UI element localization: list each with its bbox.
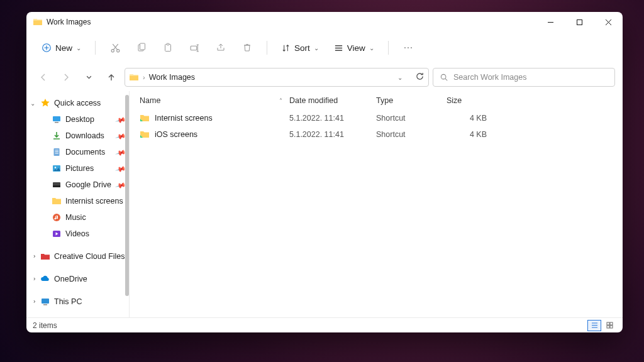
share-icon [216, 43, 226, 53]
table-row[interactable]: iOS screens5.1.2022. 11:41Shortcut4 KB [130, 126, 623, 143]
pin-icon: 📌 [115, 114, 126, 124]
videos-icon [52, 229, 62, 239]
chevron-right-icon: ⌄ [30, 254, 36, 259]
sidebar-item-music[interactable]: Music [26, 209, 129, 226]
chevron-right-icon: ⌄ [30, 299, 36, 304]
file-date: 5.1.2022. 11:41 [289, 114, 376, 123]
header-name[interactable]: Name ˄ [140, 91, 289, 110]
sidebar-item-documents[interactable]: Documents📌 [26, 144, 129, 160]
refresh-button[interactable] [415, 72, 425, 83]
search-box[interactable] [433, 68, 615, 87]
breadcrumb[interactable]: Work Images [149, 73, 195, 82]
chevron-down-icon[interactable]: ⌄ [397, 74, 402, 81]
sidebar-quick-access[interactable]: ⌄ Quick access [26, 95, 129, 111]
header-date[interactable]: Date modified [289, 91, 376, 110]
forward-button[interactable] [57, 68, 75, 87]
chevron-down-icon: ⌄ [314, 45, 319, 52]
svg-rect-12 [140, 43, 145, 50]
cut-button[interactable] [103, 37, 127, 58]
sidebar-item-label: Videos [65, 229, 89, 238]
sidebar-item-label: Quick access [54, 99, 101, 107]
svg-line-10 [113, 44, 117, 50]
body: ⌄ Quick access Desktop📌Downloads📌Documen… [26, 91, 623, 317]
minimize-button[interactable] [536, 12, 565, 32]
paste-button[interactable] [156, 37, 180, 58]
header-type[interactable]: Type [376, 91, 447, 110]
pin-icon: 📌 [115, 146, 126, 157]
download-icon [52, 131, 62, 141]
share-button[interactable] [209, 37, 233, 58]
trash-icon [242, 43, 252, 53]
maximize-button[interactable] [565, 12, 594, 32]
desktop-icon [52, 114, 62, 124]
svg-rect-39 [53, 185, 60, 187]
new-button[interactable]: New ⌄ [35, 37, 87, 58]
star-icon [40, 98, 50, 108]
sidebar-item-internist-screens[interactable]: Internist screens [26, 193, 129, 209]
svg-rect-42 [42, 299, 49, 304]
sidebar-item-downloads[interactable]: Downloads📌 [26, 128, 129, 144]
svg-rect-29 [53, 116, 60, 121]
explorer-window: Work Images New ⌄ Sort ⌄ View ⌄ [26, 12, 623, 332]
chevron-right-icon: › [143, 74, 145, 81]
file-list: Name ˄ Date modified Type Size Internist… [130, 91, 623, 317]
close-button[interactable] [594, 12, 623, 32]
view-button[interactable]: View ⌄ [328, 37, 380, 58]
pin-icon: 📌 [115, 130, 126, 141]
toolbar: New ⌄ Sort ⌄ View ⌄ [26, 32, 623, 63]
pin-icon: 📌 [115, 163, 126, 173]
rename-button[interactable] [182, 37, 206, 58]
rename-icon [189, 43, 200, 53]
svg-rect-15 [191, 46, 197, 50]
back-button[interactable] [34, 68, 53, 87]
document-icon [52, 147, 62, 157]
column-headers: Name ˄ Date modified Type Size [130, 91, 623, 110]
folder-shortcut-icon [140, 113, 150, 123]
sidebar-item-label: Pictures [65, 164, 94, 173]
search-input[interactable] [453, 73, 608, 82]
svg-point-27 [441, 74, 446, 79]
svg-line-28 [445, 79, 447, 80]
sidebar-item-label: Creative Cloud Files [54, 252, 125, 261]
table-row[interactable]: Internist screens5.1.2022. 11:41Shortcut… [130, 110, 623, 126]
recent-locations-button[interactable] [79, 68, 98, 87]
sidebar-item-label: This PC [54, 297, 82, 306]
more-button[interactable] [396, 37, 420, 58]
music-icon [52, 212, 62, 222]
chevron-down-icon: ⌄ [76, 45, 81, 52]
file-size: 4 KB [447, 114, 496, 123]
window-folder-icon [33, 17, 43, 27]
sort-button[interactable]: Sort ⌄ [275, 37, 325, 58]
sidebar-this-pc[interactable]: ⌄ This PC [26, 293, 129, 310]
svg-rect-50 [610, 326, 613, 328]
copy-button[interactable] [130, 37, 153, 58]
svg-line-9 [113, 44, 118, 50]
address-bar[interactable]: › Work Images ⌄ [125, 68, 429, 87]
sidebar-creative-cloud[interactable]: ⌄ Creative Cloud Files [26, 248, 129, 265]
pin-icon: 📌 [115, 179, 126, 190]
pc-icon [40, 297, 50, 307]
delete-button[interactable] [235, 37, 259, 58]
new-button-label: New [55, 43, 72, 53]
view-icon [334, 43, 343, 53]
header-size[interactable]: Size [447, 91, 496, 110]
details-view-button[interactable] [587, 320, 601, 331]
file-type: Shortcut [376, 114, 447, 123]
svg-rect-49 [607, 326, 609, 328]
sidebar-item-pictures[interactable]: Pictures📌 [26, 160, 129, 177]
pictures-icon [52, 163, 62, 173]
sidebar-item-desktop[interactable]: Desktop📌 [26, 111, 129, 128]
up-button[interactable] [102, 68, 121, 87]
scrollbar[interactable] [125, 95, 129, 296]
svg-rect-43 [43, 304, 47, 305]
svg-point-24 [404, 47, 406, 48]
thumbnails-view-button[interactable] [602, 320, 616, 331]
sidebar-item-label: Google Drive [65, 180, 111, 189]
status-bar: 2 items [26, 317, 623, 332]
sidebar-onedrive[interactable]: ⌄ OneDrive [26, 271, 129, 287]
sidebar-item-label: Documents [65, 148, 105, 156]
onedrive-icon [40, 274, 50, 284]
sidebar-item-videos[interactable]: Videos [26, 226, 129, 242]
chevron-right-icon: ⌄ [30, 277, 36, 282]
sidebar-item-google-drive[interactable]: Google Drive📌 [26, 177, 129, 193]
